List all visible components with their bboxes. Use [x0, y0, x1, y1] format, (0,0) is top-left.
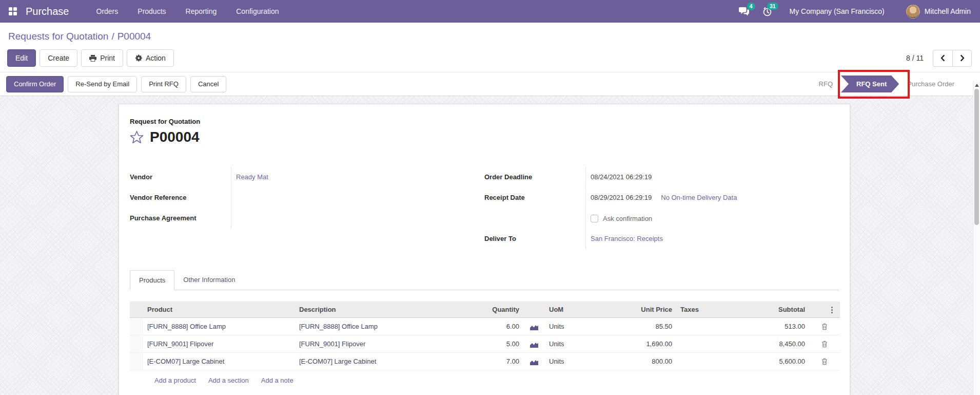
status-step-purchase-order[interactable]: Purchase Order [899, 80, 963, 88]
field-deliver-to: Deliver To San Francisco: Receipts [484, 229, 839, 250]
header-quantity: Quantity [459, 302, 523, 318]
header-uom: UoM [545, 302, 598, 318]
vertical-scrollbar[interactable] [973, 81, 980, 395]
deliver-to-value-link[interactable]: San Francisco: Receipts [591, 235, 663, 242]
tab-products[interactable]: Products [130, 270, 174, 290]
breadcrumb-parent[interactable]: Requests for Quotation [8, 31, 108, 42]
field-purchase-agreement: Purchase Agreement [130, 209, 484, 229]
menu-configuration[interactable]: Configuration [226, 0, 288, 23]
tab-other-information[interactable]: Other Information [174, 270, 244, 290]
row-handle[interactable] [130, 353, 143, 370]
menu-reporting[interactable]: Reporting [176, 0, 227, 23]
menu-orders[interactable]: Orders [87, 0, 128, 23]
add-a-note-link[interactable]: Add a note [261, 377, 293, 384]
status-steps: RFQ RFQ Sent Purchase Order [811, 76, 963, 92]
on-time-delivery-link[interactable]: No On-time Delivery Data [661, 194, 737, 201]
activities-badge: 31 [767, 3, 778, 10]
resend-by-email-button[interactable]: Re-Send by Email [68, 76, 137, 92]
area-chart-icon[interactable] [530, 341, 538, 348]
table-row[interactable]: [E-COM07] Large Cabinet [E-COM07] Large … [130, 353, 840, 370]
action-button[interactable]: Action [127, 49, 174, 67]
purchase-agreement-label: Purchase Agreement [130, 209, 231, 229]
cell-unit-price: 1,690.00 [598, 335, 676, 353]
ask-confirmation-label: Ask confirmation [603, 215, 652, 222]
status-step-rfq-sent-active[interactable]: RFQ Sent [841, 76, 899, 92]
pager-next-button[interactable] [952, 50, 972, 67]
navbar-right: 4 31 My Company (San Francisco) Mitchell… [726, 5, 971, 18]
trash-icon[interactable] [821, 323, 828, 330]
messages-menu[interactable]: 4 [739, 7, 749, 16]
edit-button[interactable]: Edit [7, 49, 36, 67]
breadcrumb: Requests for Quotation/P00004 [8, 31, 972, 42]
gear-icon [135, 54, 142, 62]
status-step-rfq[interactable]: RFQ [811, 80, 841, 88]
header-taxes: Taxes [676, 302, 729, 318]
top-navbar: Purchase Orders Products Reporting Confi… [0, 0, 980, 23]
kebab-icon[interactable] [831, 307, 833, 313]
area-chart-icon[interactable] [530, 359, 538, 365]
header-forecast [523, 302, 545, 318]
activities-menu[interactable]: 31 [762, 7, 772, 16]
document-type-label: Request for Quotation [130, 118, 839, 125]
header-product: Product [143, 302, 295, 318]
chevron-left-icon [940, 54, 945, 62]
apps-grid-icon[interactable] [6, 5, 19, 18]
row-handle[interactable] [130, 335, 143, 353]
area-chart-icon[interactable] [530, 324, 538, 330]
app-name[interactable]: Purchase [26, 6, 69, 17]
menu-products[interactable]: Products [128, 0, 175, 23]
cell-taxes [676, 318, 729, 335]
vendor-label: Vendor [130, 167, 231, 188]
printer-icon [89, 55, 96, 62]
row-handle[interactable] [130, 318, 143, 335]
order-deadline-label: Order Deadline [484, 167, 585, 188]
cell-taxes [676, 335, 729, 353]
field-vendor: Vendor Ready Mat [130, 167, 484, 188]
user-menu[interactable]: Mitchell Admin [925, 7, 971, 15]
cell-quantity: 7.00 [459, 353, 523, 370]
ask-confirmation-wrap: Ask confirmation [591, 214, 652, 222]
vendor-value-link[interactable]: Ready Mat [236, 173, 268, 181]
receipt-date-value: 08/29/2021 06:29:19 [591, 194, 652, 201]
star-icon[interactable] [130, 130, 144, 144]
scrollbar-thumb[interactable] [974, 89, 979, 225]
print-button-label: Print [100, 53, 115, 63]
company-switcher[interactable]: My Company (San Francisco) [790, 7, 885, 15]
add-a-product-link[interactable]: Add a product [154, 377, 196, 384]
add-a-section-link[interactable]: Add a section [208, 377, 249, 384]
field-group-right: Order Deadline 08/24/2021 06:29:19 Recei… [484, 167, 839, 250]
apps-grid-glyph [9, 7, 17, 15]
field-receipt-date: Receipt Date 08/29/2021 06:29:19 No On-t… [484, 188, 839, 209]
confirm-order-button[interactable]: Confirm Order [6, 76, 64, 92]
cell-taxes [676, 353, 729, 370]
cell-unit-price: 800.00 [598, 353, 676, 370]
action-button-label: Action [146, 53, 166, 63]
user-avatar[interactable] [906, 5, 920, 18]
pager-count[interactable]: 8 / 11 [906, 54, 924, 62]
ask-confirmation-checkbox[interactable] [591, 215, 598, 222]
cell-uom: Units [545, 318, 598, 335]
document-name: P00004 [150, 129, 200, 145]
arrow-up-icon[interactable] [975, 84, 979, 87]
cell-unit-price: 85.50 [598, 318, 676, 335]
create-button[interactable]: Create [40, 49, 77, 67]
table-row[interactable]: [FURN_9001] Flipover [FURN_9001] Flipove… [130, 335, 840, 353]
table-row[interactable]: [FURN_8888] Office Lamp [FURN_8888] Offi… [130, 318, 840, 335]
cell-description: [E-COM07] Large Cabinet [295, 353, 459, 370]
cell-quantity: 6.00 [459, 318, 523, 335]
vendor-reference-label: Vendor Reference [130, 188, 231, 209]
table-header-row: Product Description Quantity UoM Unit Pr… [130, 302, 840, 318]
cancel-button[interactable]: Cancel [190, 76, 226, 92]
cell-subtotal: 513.00 [729, 318, 809, 335]
pager-previous-button[interactable] [933, 50, 952, 67]
trash-icon[interactable] [821, 341, 828, 348]
field-order-deadline: Order Deadline 08/24/2021 06:29:19 [484, 167, 839, 188]
notebook-tabs: Products Other Information [130, 270, 839, 290]
print-button[interactable]: Print [81, 49, 123, 67]
trash-icon[interactable] [821, 358, 828, 365]
cell-product: [FURN_9001] Flipover [143, 335, 295, 353]
header-subtotal: Subtotal [729, 302, 809, 318]
print-rfq-button[interactable]: Print RFQ [141, 76, 186, 92]
cell-quantity: 5.00 [459, 335, 523, 353]
cell-subtotal: 8,450.00 [729, 335, 809, 353]
